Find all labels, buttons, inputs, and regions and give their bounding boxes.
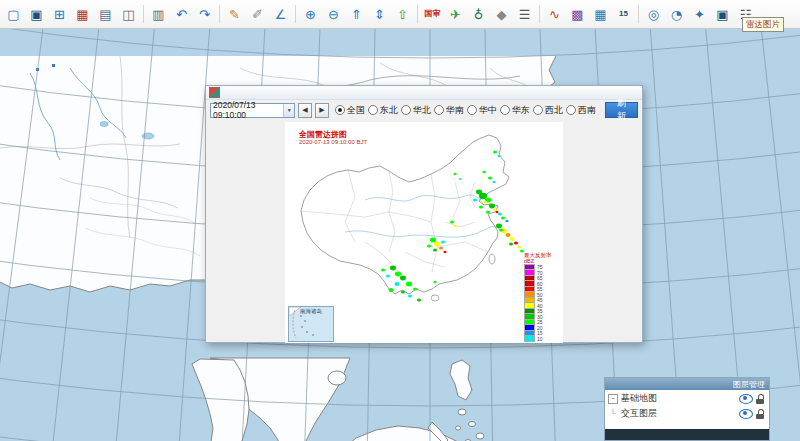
layer-label: 基础地图 bbox=[621, 392, 657, 405]
toolbar-separator bbox=[143, 5, 144, 23]
arrow-up-icon[interactable]: ⇑ bbox=[346, 3, 367, 25]
region-radio-5[interactable]: 华东 bbox=[500, 104, 530, 117]
toolbar-separator bbox=[417, 5, 418, 23]
satellite-image-icon[interactable]: ▤ bbox=[95, 3, 116, 25]
new-map-icon[interactable]: ▢ bbox=[3, 3, 24, 25]
lock-icon[interactable] bbox=[756, 394, 764, 404]
national-review-button[interactable]: 国审 bbox=[422, 3, 443, 25]
refresh-button[interactable]: 刷新 bbox=[605, 102, 638, 118]
region-radio-7[interactable]: 西南 bbox=[566, 104, 596, 117]
combo-dropdown-icon[interactable]: ▼ bbox=[283, 104, 294, 117]
radar-image: 全国雷达拼图 2020-07-13 09:10:00 BJT 最大反射率 dBZ… bbox=[285, 122, 563, 343]
prev-time-button[interactable]: ◀ bbox=[298, 103, 312, 118]
globe-icon[interactable]: ♁ bbox=[468, 3, 489, 25]
data-grid-icon[interactable]: ⊞ bbox=[49, 3, 70, 25]
station-plot-icon[interactable]: ▦ bbox=[72, 3, 93, 25]
main-toolbar: ▢▣⊞▦▤◫▥↶↷✎✐∠⊕⊖⇑⇕⇧国审✈♁◆☰∿▩▦15◎◔✦▣☷ bbox=[0, 0, 800, 29]
app-window: ▢▣⊞▦▤◫▥↶↷✎✐∠⊕⊖⇑⇕⇧国审✈♁◆☰∿▩▦15◎◔✦▣☷ 雷达图片 2… bbox=[0, 0, 800, 441]
region-label: 东北 bbox=[380, 104, 398, 117]
region-radio-group: 全国东北华北华南华中华东西北西南 bbox=[335, 104, 596, 117]
layer-manager-icon[interactable]: ◫ bbox=[118, 3, 139, 25]
visibility-eye-icon[interactable] bbox=[739, 409, 753, 419]
collapsed-panel-bar[interactable] bbox=[605, 429, 769, 440]
region-radio-2[interactable]: 华北 bbox=[401, 104, 431, 117]
table-icon[interactable]: ▦ bbox=[590, 3, 611, 25]
next-time-button[interactable]: ▶ bbox=[315, 103, 329, 118]
layer-panel-body: -基础地图└交互图层 bbox=[605, 390, 769, 429]
flight-track-icon[interactable]: ✈ bbox=[445, 3, 466, 25]
histogram-icon[interactable]: ▩ bbox=[567, 3, 588, 25]
micaps-version-icon[interactable]: 15 bbox=[613, 3, 634, 25]
datetime-combo[interactable]: 2020/07/13 09:10:00 ▼ bbox=[210, 103, 295, 118]
inset-label: 南海诸岛 bbox=[300, 308, 322, 315]
radio-dot-icon bbox=[500, 105, 510, 115]
visibility-eye-icon[interactable] bbox=[739, 394, 753, 404]
region-label: 华东 bbox=[512, 104, 530, 117]
radio-dot-icon bbox=[566, 105, 576, 115]
radio-dot-icon bbox=[533, 105, 543, 115]
radar-mosaic-dialog: 2020/07/13 09:10:00 ▼ ◀ ▶ 全国东北华北华南华中华东西北… bbox=[205, 85, 643, 343]
toolbar-separator bbox=[638, 5, 639, 23]
radio-dot-icon bbox=[335, 105, 345, 115]
tree-connector: └ bbox=[608, 409, 618, 418]
toolbar-separator bbox=[539, 5, 540, 23]
document-icon[interactable]: ▥ bbox=[148, 3, 169, 25]
redo-icon[interactable]: ↷ bbox=[194, 3, 215, 25]
radar-image-tooltip: 雷达图片 bbox=[742, 17, 784, 32]
china-outline bbox=[301, 135, 509, 301]
region-label: 华北 bbox=[413, 104, 431, 117]
south-china-sea-inset: 南海诸岛 bbox=[288, 306, 334, 342]
zoom-out-icon[interactable]: ⊖ bbox=[323, 3, 344, 25]
diamond-icon[interactable]: ◆ bbox=[491, 3, 512, 25]
layer-label: 交互图层 bbox=[621, 407, 657, 420]
region-radio-1[interactable]: 东北 bbox=[368, 104, 398, 117]
radar-legend: 最大反射率 dBZ 7570656055504540353025201510 bbox=[524, 252, 558, 342]
monitor-icon[interactable]: ▣ bbox=[26, 3, 47, 25]
toolbar-separator bbox=[295, 5, 296, 23]
station-icon[interactable]: ✦ bbox=[689, 3, 710, 25]
zoom-in-icon[interactable]: ⊕ bbox=[300, 3, 321, 25]
radio-dot-icon bbox=[401, 105, 411, 115]
measure-icon[interactable]: ∠ bbox=[270, 3, 291, 25]
region-radio-6[interactable]: 西北 bbox=[533, 104, 563, 117]
tree-expander-icon[interactable]: - bbox=[608, 394, 618, 404]
province-borders bbox=[301, 170, 488, 272]
toolbar-separator bbox=[219, 5, 220, 23]
region-label: 西南 bbox=[578, 104, 596, 117]
region-radio-3[interactable]: 华南 bbox=[434, 104, 464, 117]
dialog-titlebar[interactable] bbox=[206, 86, 642, 100]
layers-icon[interactable]: ☰ bbox=[514, 3, 535, 25]
radio-dot-icon bbox=[368, 105, 378, 115]
radio-dot-icon bbox=[434, 105, 444, 115]
legend-swatch bbox=[524, 335, 535, 342]
monitor2-icon[interactable]: ▣ bbox=[712, 3, 733, 25]
chart-line-icon[interactable]: ∿ bbox=[544, 3, 565, 25]
region-label: 华中 bbox=[479, 104, 497, 117]
region-label: 西北 bbox=[545, 104, 563, 117]
layer-panel-header[interactable]: 图层管理 bbox=[605, 378, 769, 390]
legend-value: 10 bbox=[537, 336, 543, 342]
arrow-up-green-icon[interactable]: ⇧ bbox=[392, 3, 413, 25]
layer-panel: 图层管理 -基础地图└交互图层 bbox=[604, 377, 770, 441]
satellite-dish-icon[interactable]: ◎ bbox=[643, 3, 664, 25]
radar-timestamp: 2020-07-13 09:10:00 BJT bbox=[299, 139, 367, 145]
dialog-toolbar: 2020/07/13 09:10:00 ▼ ◀ ▶ 全国东北华北华南华中华东西北… bbox=[206, 100, 642, 120]
datetime-value: 2020/07/13 09:10:00 bbox=[213, 100, 283, 120]
layer-row-1[interactable]: └交互图层 bbox=[608, 406, 766, 421]
layer-panel-title: 图层管理 bbox=[733, 379, 765, 390]
region-radio-4[interactable]: 华中 bbox=[467, 104, 497, 117]
undo-icon[interactable]: ↶ bbox=[171, 3, 192, 25]
rivers-layer bbox=[345, 195, 495, 237]
arrow-updown-icon[interactable]: ⇕ bbox=[369, 3, 390, 25]
legend-entry: 10 bbox=[524, 336, 558, 342]
layer-row-0[interactable]: -基础地图 bbox=[608, 391, 766, 406]
region-label: 华南 bbox=[446, 104, 464, 117]
radar-legend-entries: 7570656055504540353025201510 bbox=[524, 265, 558, 342]
radar-icon[interactable]: ◔ bbox=[666, 3, 687, 25]
edit-icon[interactable]: ✎ bbox=[224, 3, 245, 25]
draw-icon[interactable]: ✐ bbox=[247, 3, 268, 25]
lock-icon[interactable] bbox=[756, 409, 764, 419]
region-label: 全国 bbox=[347, 104, 365, 117]
radio-dot-icon bbox=[467, 105, 477, 115]
region-radio-0[interactable]: 全国 bbox=[335, 104, 365, 117]
